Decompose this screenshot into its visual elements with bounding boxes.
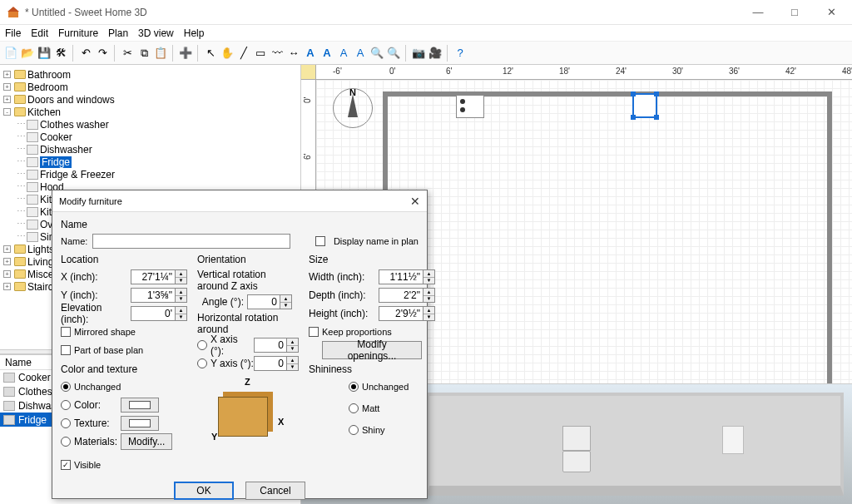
dialog-close-icon[interactable]: ✕: [410, 195, 420, 208]
angle-input[interactable]: [247, 294, 280, 309]
menu-help[interactable]: Help: [184, 27, 205, 39]
elevation-spinner[interactable]: ▲▼: [176, 306, 187, 321]
baseplan-checkbox[interactable]: [61, 345, 71, 355]
ok-button[interactable]: OK: [174, 482, 234, 500]
depth-input[interactable]: [379, 288, 424, 303]
height-spinner[interactable]: ▲▼: [424, 306, 435, 321]
shine-shiny-label: Shiny: [362, 425, 385, 435]
window-title: * Untitled - Sweet Home 3D: [25, 7, 747, 18]
materials-modify-button[interactable]: Modify...: [121, 433, 172, 450]
dialog-titlebar[interactable]: Modify furniture ✕: [52, 190, 427, 212]
video-icon[interactable]: 🎥: [428, 46, 443, 61]
text-bold-icon[interactable]: A: [320, 46, 334, 61]
pan-tool-icon[interactable]: ✋: [220, 46, 235, 61]
close-button[interactable]: ✕: [820, 4, 842, 21]
dimension-tool-icon[interactable]: ↔: [286, 46, 301, 61]
materials-label: Materials:: [74, 436, 121, 447]
name-input[interactable]: [92, 234, 290, 249]
room-tool-icon[interactable]: ▭: [253, 46, 268, 61]
text-size-icon[interactable]: A: [336, 46, 351, 61]
redo-icon[interactable]: ↷: [95, 46, 110, 61]
height-label: Height (inch):: [309, 308, 379, 319]
select-tool-icon[interactable]: ↖: [203, 46, 218, 61]
color-radio[interactable]: [61, 400, 71, 410]
color-unchanged-radio[interactable]: [61, 382, 71, 392]
text-tool-icon[interactable]: A: [303, 46, 318, 61]
compass-icon[interactable]: N: [333, 88, 373, 128]
display-name-checkbox[interactable]: [315, 236, 325, 246]
cancel-button[interactable]: Cancel: [245, 482, 305, 500]
texture-radio[interactable]: [61, 418, 71, 428]
cut-icon[interactable]: ✂: [120, 46, 135, 61]
save-icon[interactable]: 💾: [37, 46, 52, 61]
yaxis-radio[interactable]: [197, 358, 207, 368]
add-furniture-icon[interactable]: ➕: [178, 46, 193, 61]
width-input[interactable]: [379, 269, 424, 284]
room-walls[interactable]: [383, 91, 832, 384]
copy-icon[interactable]: ⧉: [136, 46, 151, 61]
xaxis-spinner[interactable]: ▲▼: [287, 338, 299, 353]
angle-label: Angle (°):: [197, 296, 247, 308]
preferences-icon[interactable]: 🛠: [53, 46, 68, 61]
angle-spinner[interactable]: ▲▼: [280, 294, 292, 309]
text-large-icon[interactable]: A: [353, 46, 368, 61]
elevation-label: Elevation (inch):: [61, 302, 131, 325]
menu-3dview[interactable]: 3D view: [138, 27, 174, 39]
elevation-input[interactable]: [131, 306, 176, 321]
materials-radio[interactable]: [61, 437, 71, 447]
menu-furniture[interactable]: Furniture: [58, 27, 98, 39]
catalog-item-dishwasher[interactable]: ⋯Dishwasher: [2, 143, 299, 156]
paste-icon[interactable]: 📋: [153, 46, 168, 61]
minimize-button[interactable]: —: [747, 4, 769, 21]
category-kitchen[interactable]: -Kitchen: [2, 106, 299, 118]
name-label: Name:: [61, 236, 87, 246]
category-doors-and-windows[interactable]: +Doors and windows: [2, 93, 299, 106]
depth-spinner[interactable]: ▲▼: [424, 288, 435, 303]
photo-icon[interactable]: 📷: [411, 46, 426, 61]
shine-unchanged-radio[interactable]: [349, 382, 359, 392]
catalog-item-clothes-washer[interactable]: ⋯Clothes washer: [2, 118, 299, 131]
menu-plan[interactable]: Plan: [108, 27, 128, 39]
mirrored-checkbox[interactable]: [61, 327, 71, 337]
width-spinner[interactable]: ▲▼: [424, 269, 435, 284]
keep-proportions-checkbox[interactable]: [309, 327, 319, 337]
open-icon[interactable]: 📂: [20, 46, 35, 61]
help-icon[interactable]: ?: [453, 46, 468, 61]
visible-checkbox[interactable]: ✓: [61, 460, 71, 470]
shine-matt-radio[interactable]: [349, 403, 359, 413]
wall-tool-icon[interactable]: ╱: [236, 46, 251, 61]
zoom-in-icon[interactable]: 🔍: [369, 46, 384, 61]
3d-washer: [562, 451, 591, 472]
undo-icon[interactable]: ↶: [78, 46, 93, 61]
placed-cooker[interactable]: [456, 95, 484, 118]
color-swatch-button[interactable]: [121, 398, 159, 413]
catalog-item-fridge[interactable]: ⋯Fridge: [2, 156, 299, 168]
texture-swatch-button[interactable]: [121, 416, 159, 431]
catalog-item-cooker[interactable]: ⋯Cooker: [2, 131, 299, 143]
toolbar: 📄 📂 💾 🛠 ↶ ↷ ✂ ⧉ 📋 ➕ ↖ ✋ ╱ ▭ 〰 ↔ A A A A …: [0, 42, 852, 65]
shine-shiny-radio[interactable]: [349, 425, 359, 435]
texture-label: Texture:: [74, 418, 121, 429]
x-input[interactable]: [131, 269, 176, 284]
xaxis-input[interactable]: [254, 338, 287, 353]
y-spinner[interactable]: ▲▼: [176, 288, 187, 303]
yaxis-spinner[interactable]: ▲▼: [287, 356, 299, 371]
zoom-out-icon[interactable]: 🔍: [386, 46, 401, 61]
polyline-tool-icon[interactable]: 〰: [270, 46, 285, 61]
yaxis-input[interactable]: [254, 356, 287, 371]
height-input[interactable]: [379, 306, 424, 321]
selected-fridge[interactable]: [632, 93, 657, 118]
x-spinner[interactable]: ▲▼: [176, 269, 187, 284]
menu-file[interactable]: File: [5, 27, 21, 39]
modify-furniture-dialog: Modify furniture ✕ Name Name: Display na…: [52, 190, 428, 499]
catalog-item-fridge-freezer[interactable]: ⋯Fridge & Freezer: [2, 168, 299, 180]
category-bathroom[interactable]: +Bathroom: [2, 68, 299, 81]
maximize-button[interactable]: □: [784, 4, 805, 21]
menu-edit[interactable]: Edit: [31, 27, 48, 39]
horiz-rot-label: Horizontal rotation around: [197, 312, 299, 335]
category-bedroom[interactable]: +Bedroom: [2, 81, 299, 93]
modify-openings-button[interactable]: Modify openings...: [322, 341, 422, 359]
new-icon[interactable]: 📄: [3, 46, 18, 61]
y-input[interactable]: [131, 288, 176, 303]
xaxis-radio[interactable]: [197, 340, 207, 350]
